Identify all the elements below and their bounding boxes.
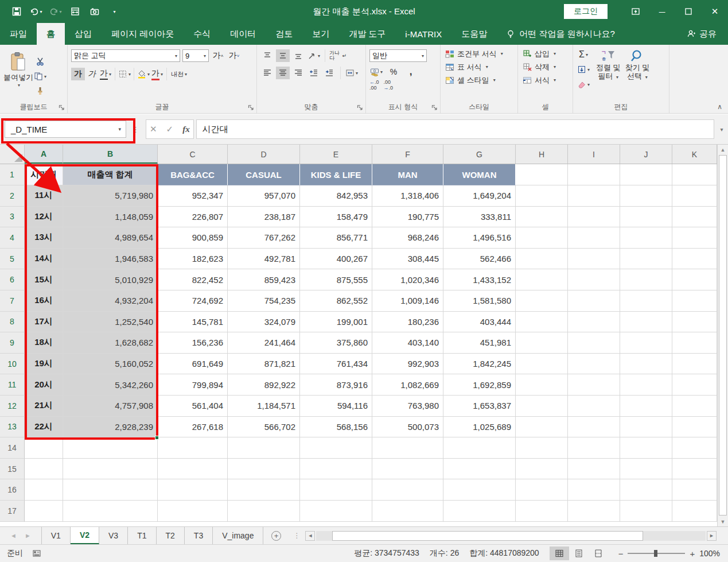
cell-C17[interactable]	[158, 501, 228, 522]
row-header-17[interactable]: 17	[0, 501, 25, 522]
row-header-1[interactable]: 1	[0, 164, 25, 185]
cell-E9[interactable]: 375,860	[300, 332, 372, 354]
cell-B8[interactable]: 1,252,540	[63, 312, 158, 333]
cell-K1[interactable]	[672, 164, 717, 185]
format-painter-icon[interactable]	[33, 85, 47, 98]
cell-F4[interactable]: 968,246	[372, 227, 443, 249]
cell-K6[interactable]	[672, 269, 717, 290]
column-header-J[interactable]: J	[620, 145, 672, 164]
cell-A5[interactable]: 14시	[25, 249, 63, 270]
cell-F12[interactable]: 763,980	[372, 396, 443, 417]
sheet-tab-V2[interactable]: V2	[71, 527, 99, 544]
cell-G8[interactable]: 403,444	[443, 312, 516, 333]
cell-F9[interactable]: 403,140	[372, 332, 443, 354]
cell-E2[interactable]: 842,953	[300, 185, 372, 207]
sheet-nav-left-icon[interactable]: ◄	[10, 532, 17, 539]
cell-I7[interactable]	[568, 290, 620, 312]
scroll-right-icon[interactable]: ►	[707, 531, 717, 541]
insert-cells-button[interactable]: 삽입▾	[521, 47, 570, 60]
collapse-ribbon-icon[interactable]: ∧	[717, 103, 722, 111]
cell-G9[interactable]: 451,981	[443, 332, 516, 354]
cell-F6[interactable]: 1,020,346	[372, 269, 443, 290]
cell-E15[interactable]	[300, 459, 372, 480]
format-cells-button[interactable]: 서식▾	[521, 73, 570, 87]
cell-A4[interactable]: 13시	[25, 227, 63, 249]
cell-D17[interactable]	[228, 501, 300, 522]
cell-I14[interactable]	[568, 437, 620, 459]
row-header-7[interactable]: 7	[0, 290, 25, 312]
cell-I4[interactable]	[568, 227, 620, 249]
scroll-left-icon[interactable]: ◄	[305, 531, 315, 541]
cell-A8[interactable]: 17시	[25, 312, 63, 333]
cell-C15[interactable]	[158, 459, 228, 480]
cell-G4[interactable]: 1,496,516	[443, 227, 516, 249]
cell-I9[interactable]	[568, 332, 620, 354]
menu-tab-수식[interactable]: 수식	[184, 23, 220, 45]
cell-J8[interactable]	[620, 312, 672, 333]
cell-F1[interactable]: MAN	[372, 164, 443, 185]
accounting-format-icon[interactable]: ▾	[369, 65, 383, 78]
cell-J6[interactable]	[620, 269, 672, 290]
cell-J4[interactable]	[620, 227, 672, 249]
cell-F10[interactable]: 992,903	[372, 354, 443, 375]
zoom-slider[interactable]	[628, 553, 685, 554]
cell-H13[interactable]	[516, 417, 568, 438]
cell-C2[interactable]: 952,347	[158, 185, 228, 207]
cell-F3[interactable]: 190,775	[372, 207, 443, 228]
cell-B13[interactable]: 2,928,239	[63, 417, 158, 438]
cell-J3[interactable]	[620, 207, 672, 228]
cell-styles-button[interactable]: 셀 스타일▾	[444, 73, 515, 87]
orientation-icon[interactable]: ▾	[307, 49, 321, 62]
shrink-font-icon[interactable]: 가˅	[227, 49, 241, 62]
cell-D12[interactable]: 1,184,571	[228, 396, 300, 417]
cell-I8[interactable]	[568, 312, 620, 333]
cell-D14[interactable]	[228, 437, 300, 459]
cell-D1[interactable]: CASUAL	[228, 164, 300, 185]
cell-F13[interactable]: 500,073	[372, 417, 443, 438]
autosum-icon[interactable]: Σ▾	[577, 48, 590, 61]
cell-J14[interactable]	[620, 437, 672, 459]
column-header-K[interactable]: K	[672, 145, 717, 164]
cell-B7[interactable]: 4,932,204	[63, 290, 158, 312]
menu-tab-파일[interactable]: 파일	[0, 23, 37, 45]
cell-I11[interactable]	[568, 374, 620, 396]
cell-B9[interactable]: 1,628,682	[63, 332, 158, 354]
cell-A6[interactable]: 15시	[25, 269, 63, 290]
align-left-icon[interactable]	[260, 67, 274, 79]
cell-J17[interactable]	[620, 501, 672, 522]
cell-H8[interactable]	[516, 312, 568, 333]
cell-H10[interactable]	[516, 354, 568, 375]
cell-A1[interactable]: 시간대	[25, 164, 63, 185]
cell-H12[interactable]	[516, 396, 568, 417]
cell-D13[interactable]: 566,702	[228, 417, 300, 438]
cell-K13[interactable]	[672, 417, 717, 438]
macro-record-icon[interactable]	[32, 549, 41, 558]
cell-K17[interactable]	[672, 501, 717, 522]
cell-J1[interactable]	[620, 164, 672, 185]
cell-B12[interactable]: 4,757,908	[63, 396, 158, 417]
decrease-decimal-icon[interactable]: .00→.0	[384, 79, 394, 91]
cell-C9[interactable]: 156,236	[158, 332, 228, 354]
customize-qat-icon[interactable]: ▾	[106, 3, 123, 20]
increase-decimal-icon[interactable]: ←.0.00	[369, 79, 379, 91]
cell-D8[interactable]: 324,079	[228, 312, 300, 333]
cell-C16[interactable]	[158, 479, 228, 501]
row-header-11[interactable]: 11	[0, 374, 25, 396]
cell-K4[interactable]	[672, 227, 717, 249]
cell-D11[interactable]: 892,922	[228, 374, 300, 396]
cell-C11[interactable]: 799,894	[158, 374, 228, 396]
cell-H14[interactable]	[516, 437, 568, 459]
cell-G3[interactable]: 333,811	[443, 207, 516, 228]
sheet-tab-T2[interactable]: T2	[157, 527, 185, 544]
conditional-formatting-button[interactable]: 조건부 서식▾	[444, 47, 515, 60]
menu-tab-도움말[interactable]: 도움말	[451, 23, 497, 45]
name-box[interactable]: _D_TIME▾	[5, 121, 126, 138]
grow-font-icon[interactable]: 가˄	[211, 49, 225, 62]
number-dialog-launcher[interactable]	[431, 104, 438, 111]
cell-H5[interactable]	[516, 249, 568, 270]
cell-F14[interactable]	[372, 437, 443, 459]
cell-B1[interactable]: 매출액 합계	[63, 164, 158, 185]
zoom-slider-thumb[interactable]	[654, 550, 657, 557]
menu-tab-개발 도구[interactable]: 개발 도구	[339, 23, 395, 45]
cell-B3[interactable]: 1,148,059	[63, 207, 158, 228]
